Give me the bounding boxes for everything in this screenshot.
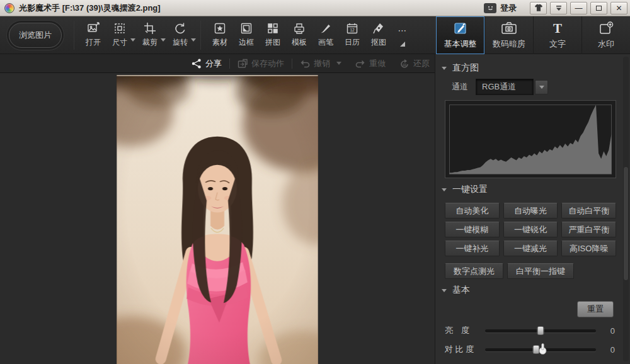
darkroom-camera-icon [501,21,517,36]
pen-cutout-icon [372,22,385,35]
minimize-icon: — [575,4,583,13]
calendar-icon: 12 [346,22,358,35]
grid-collage-icon [266,22,279,35]
auto-beautify-button[interactable]: 自动美化 [445,203,500,219]
one-click-fill-light-button[interactable]: 一键补光 [445,241,500,256]
double-chevron-down-icon [555,4,563,12]
toolbar-separator [200,21,201,50]
section-basic-header[interactable]: 基本 [435,279,630,300]
skin-button[interactable] [530,2,547,14]
section-oneclick-header[interactable]: 一键设置 [435,178,630,199]
minimize-button[interactable]: — [570,2,587,14]
close-button[interactable]: ✕ [610,2,627,14]
save-action-icon [238,59,248,69]
resize-icon [113,22,126,35]
collage-button[interactable]: 拼图 [260,22,286,48]
auto-white-balance-button[interactable]: 自动白平衡 [561,203,616,219]
panel-scrollbar-thumb[interactable] [623,166,629,281]
open-button[interactable]: 打开 [80,22,106,48]
resize-button[interactable]: 尺寸 [106,22,133,48]
digital-spot-metering-button[interactable]: 数字点测光 [445,263,503,279]
redo-icon [355,59,365,69]
restore-icon [399,59,410,69]
brightness-row: 亮 度 0 [445,325,615,336]
collapse-icon [442,67,447,70]
brightness-slider[interactable] [485,329,596,333]
template-icon [293,22,306,35]
window-title: 光影魔术手 [F:\37 (39)\灵魂摆渡2.png] [19,3,161,14]
action-bar: 分享 保存动作 撤销 重做 还原 [0,54,435,73]
text-tool-icon: T [549,21,566,36]
maximize-icon [596,6,602,11]
svg-text:T: T [553,21,562,36]
more-dots-icon: ⋯ [398,24,408,37]
histogram-chart [445,100,616,178]
one-click-blur-button[interactable]: 一键模糊 [445,222,500,237]
tab-digital-darkroom[interactable]: 数码暗房 [484,16,533,54]
titlebar: 光影魔术手 [F:\37 (39)\灵魂摆渡2.png] 登录 — ✕ [0,0,630,16]
more-tools-button[interactable]: ⋯ [392,24,413,47]
actionbar-separator [229,59,230,69]
calendar-button[interactable]: 12 日历 [339,22,365,48]
crop-button[interactable]: 裁剪 [137,22,163,48]
collapse-icon [442,188,447,191]
avatar-icon [484,3,496,13]
tab-watermark[interactable]: 水印 [581,16,630,54]
tab-basic-adjust[interactable]: 基本调整 [436,16,484,54]
frame-icon [240,22,253,35]
contrast-slider[interactable] [485,348,596,351]
oneclick-grid: 自动美化 自动曝光 自动白平衡 一键模糊 一键锐化 严重白平衡 一键补光 一键减… [445,203,616,256]
brightness-value: 0 [602,326,615,336]
material-button[interactable]: 素材 [207,22,233,48]
tab-text[interactable]: T 文字 [533,16,581,54]
template-button[interactable]: 模板 [286,22,312,48]
share-button[interactable]: 分享 [192,58,222,69]
rotate-icon [174,22,186,35]
channel-dropdown-button[interactable] [535,80,548,94]
login-button[interactable]: 登录 [484,3,517,14]
brush-icon [319,22,332,35]
contrast-row: 对 比 度 0 [445,344,615,355]
contrast-value: 0 [602,345,615,355]
portrait-photo [117,75,318,364]
watermark-icon [598,21,614,36]
section-histogram-header[interactable]: 直方图 [435,57,630,77]
collapse-icon [442,289,447,292]
material-star-icon [214,22,226,35]
undo-dropdown-arrow[interactable] [336,62,341,67]
histogram-path [450,105,612,174]
actionbar-separator [292,59,292,69]
brightness-slider-thumb[interactable] [537,326,544,335]
tshirt-icon [534,4,543,12]
one-click-dim-light-button[interactable]: 一键减光 [503,241,558,256]
chevron-down-icon [539,86,544,89]
border-button[interactable]: 边框 [233,22,260,48]
editing-canvas [0,73,435,364]
white-balance-one-key-button[interactable]: 白平衡一指键 [507,263,574,279]
app-logo-icon [4,3,14,13]
crop-icon [144,22,156,35]
auto-exposure-button[interactable]: 自动曝光 [503,203,558,219]
cutout-button[interactable]: 抠图 [365,22,392,48]
one-click-sharpen-button[interactable]: 一键锐化 [503,222,558,237]
maximize-button[interactable] [590,2,607,14]
basic-adjust-icon [452,21,469,36]
undo-button[interactable]: 撤销 [300,58,341,69]
close-icon: ✕ [616,4,622,13]
browse-images-button[interactable]: 浏览图片 [9,23,62,48]
restore-button[interactable]: 还原 [399,58,430,69]
save-action-button[interactable]: 保存动作 [238,58,284,69]
reset-button[interactable]: 重置 [577,301,614,317]
contrast-slider-thumb[interactable] [532,345,539,354]
contrast-label: 对 比 度 [445,344,485,355]
redo-button[interactable]: 重做 [355,58,386,69]
channel-select[interactable]: RGB通道 [476,79,534,95]
rotate-button[interactable]: 旋转 [167,22,193,48]
high-iso-denoise-button[interactable]: 高ISO降噪 [561,241,616,256]
severe-white-balance-button[interactable]: 严重白平衡 [561,222,616,237]
brightness-label: 亮 度 [445,325,485,336]
brush-button[interactable]: 画笔 [312,22,339,48]
photo-image[interactable] [117,75,318,364]
menu-button[interactable] [550,2,567,14]
undo-icon [300,59,310,69]
